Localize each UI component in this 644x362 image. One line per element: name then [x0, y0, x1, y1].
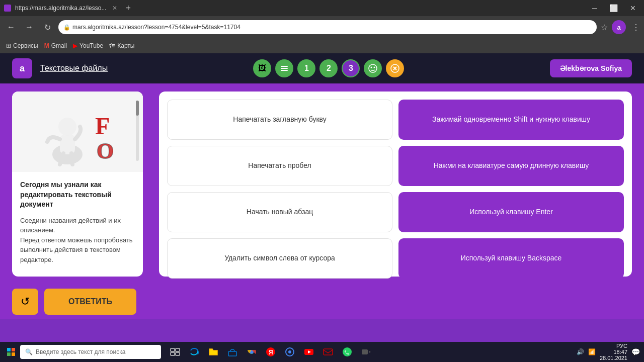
bookmark-gmail[interactable]: M Gmail: [44, 42, 67, 49]
panel-title: Сегодня мы узнали как редактировать текс…: [20, 180, 135, 210]
close-btn[interactable]: ✕: [626, 4, 640, 12]
taskbar-search-icon: 🔍: [25, 348, 33, 355]
bookmark-maps[interactable]: 🗺 Карты: [109, 42, 134, 49]
bottom-row: ↺ ОТВЕТИТЬ: [0, 285, 644, 319]
progress-num-2[interactable]: 2: [319, 59, 338, 77]
gmail-icon: M: [44, 42, 49, 49]
svg-rect-15: [7, 348, 11, 351]
svg-rect-17: [7, 352, 11, 356]
bookmarks-bar: ⊞ Сервисы M Gmail ▶ YouTube 🗺 Карты: [0, 38, 644, 53]
svg-rect-1: [281, 68, 288, 69]
reset-button[interactable]: ↺: [12, 289, 38, 315]
left-panel: F O O Сегодня мы узнали как редактироват…: [12, 92, 143, 277]
match-card-white-1[interactable]: Напечатать заглавную букву: [167, 100, 392, 140]
right-panel: Напечатать заглавную букву Зажимай однов…: [159, 92, 632, 277]
svg-rect-2: [281, 70, 288, 71]
taskbar-icons: Я: [167, 344, 374, 360]
maximize-btn[interactable]: ⬜: [605, 4, 622, 12]
taskbar-taskview[interactable]: [167, 344, 183, 360]
bookmark-maps-label: Карты: [117, 42, 134, 49]
svg-rect-10: [60, 134, 75, 154]
svg-rect-16: [12, 348, 15, 351]
tab-close-btn[interactable]: ✕: [112, 5, 117, 12]
taskbar-search[interactable]: 🔍 Введите здесь текст для поиска: [20, 345, 161, 359]
app-logo: a: [12, 58, 32, 78]
svg-rect-19: [171, 348, 175, 351]
taskbar: 🔍 Введите здесь текст для поиска Я: [0, 342, 644, 362]
youtube-icon: ▶: [73, 42, 77, 49]
taskbar-store[interactable]: [224, 344, 240, 360]
taskbar-chrome[interactable]: [244, 344, 260, 360]
answer-button[interactable]: ОТВЕТИТЬ: [44, 289, 136, 315]
taskbar-volume[interactable]: 🔊: [577, 348, 584, 355]
progress-icon-2[interactable]: [275, 59, 293, 77]
progress-num-1[interactable]: 1: [297, 59, 315, 77]
address-bar[interactable]: 🔒 mars.algoritmika.az/lesson?lesson=4754…: [58, 20, 597, 34]
profile-btn[interactable]: a: [612, 20, 626, 34]
header-left: a Текстовые файлы: [12, 58, 108, 78]
svg-rect-18: [12, 352, 15, 356]
taskbar-youtube[interactable]: [301, 344, 317, 360]
match-card-white-2[interactable]: Напечатать пробел: [167, 146, 392, 186]
svg-rect-21: [171, 352, 175, 355]
svg-text:Я: Я: [269, 349, 273, 356]
menu-btn[interactable]: ⋮: [632, 23, 640, 32]
taskbar-notification[interactable]: 💬: [631, 348, 640, 356]
lesson-illustration: F O O: [22, 94, 133, 169]
forward-btn[interactable]: →: [22, 20, 36, 34]
bookmark-youtube[interactable]: ▶ YouTube: [73, 42, 103, 49]
taskbar-right: 🔊 📶 РУС 18:47 28.01.2021 💬: [577, 343, 640, 361]
app-title[interactable]: Текстовые файлы: [40, 64, 108, 73]
match-card-purple-3[interactable]: Используй клавишу Enter: [398, 192, 624, 232]
svg-point-4: [371, 67, 372, 68]
svg-rect-31: [324, 349, 333, 355]
panel-text-area: Сегодня мы узнали как редактировать текс…: [12, 172, 143, 277]
tab-title: https://mars.algoritmika.az/lesso...: [15, 5, 106, 12]
match-card-purple-2[interactable]: Нажми на клавиатуре самую длинную клавиш…: [398, 146, 624, 186]
taskbar-yandex[interactable]: Я: [263, 344, 279, 360]
svg-point-11: [58, 118, 76, 136]
match-card-white-4[interactable]: Удалить символ слева от курсора: [167, 238, 392, 279]
user-button[interactable]: Əlekbərova Sofiya: [550, 59, 632, 77]
svg-point-3: [369, 64, 377, 72]
bookmark-services-label: Сервисы: [13, 42, 38, 49]
progress-icon-4[interactable]: [386, 59, 404, 77]
taskbar-datetime: РУС 18:47 28.01.2021: [600, 343, 627, 361]
svg-rect-0: [281, 66, 288, 67]
svg-marker-34: [369, 351, 371, 353]
taskbar-lang: РУС: [600, 343, 627, 349]
taskbar-network[interactable]: 📶: [588, 348, 596, 355]
match-card-purple-1[interactable]: Зажимай одновременно Shift и нужную клав…: [398, 100, 624, 140]
taskbar-edge[interactable]: [186, 344, 202, 360]
taskbar-mail[interactable]: [320, 344, 336, 360]
bookmark-services[interactable]: ⊞ Сервисы: [6, 42, 38, 49]
svg-point-5: [374, 67, 375, 68]
start-btn[interactable]: [4, 345, 18, 359]
panel-description: Соедини названия действий и их описанием…: [20, 216, 135, 265]
taskbar-video[interactable]: [358, 344, 374, 360]
lock-icon: 🔒: [63, 24, 70, 31]
bookmark-youtube-label: YouTube: [79, 42, 103, 49]
reload-btn[interactable]: ↻: [40, 20, 54, 34]
address-bar-row: ← → ↻ 🔒 mars.algoritmika.az/lesson?lesso…: [0, 16, 644, 38]
svg-rect-23: [228, 351, 236, 356]
taskbar-explorer[interactable]: [205, 344, 221, 360]
panel-scrollbar[interactable]: [136, 96, 140, 156]
progress-icon-1[interactable]: 🖼: [253, 59, 271, 77]
header-center: 🖼 1 2 3: [253, 59, 404, 77]
bookmark-gmail-label: Gmail: [51, 42, 67, 49]
progress-num-3[interactable]: 3: [342, 59, 360, 77]
taskbar-whatsapp[interactable]: [339, 344, 355, 360]
progress-icon-3[interactable]: [364, 59, 382, 77]
address-text: mars.algoritmika.az/lesson?lesson=4754&l…: [72, 24, 240, 31]
svg-point-28: [288, 350, 291, 353]
match-card-purple-4[interactable]: Используй клавишу Backspace: [398, 238, 624, 279]
match-card-white-3[interactable]: Начать новый абзац: [167, 192, 392, 232]
new-tab-btn[interactable]: +: [125, 3, 131, 14]
svg-rect-33: [362, 349, 368, 354]
back-btn[interactable]: ←: [4, 20, 18, 34]
svg-text:F: F: [95, 113, 110, 139]
minimize-btn[interactable]: ─: [588, 4, 601, 12]
taskbar-google[interactable]: [282, 344, 298, 360]
star-icon[interactable]: ☆: [601, 23, 608, 32]
